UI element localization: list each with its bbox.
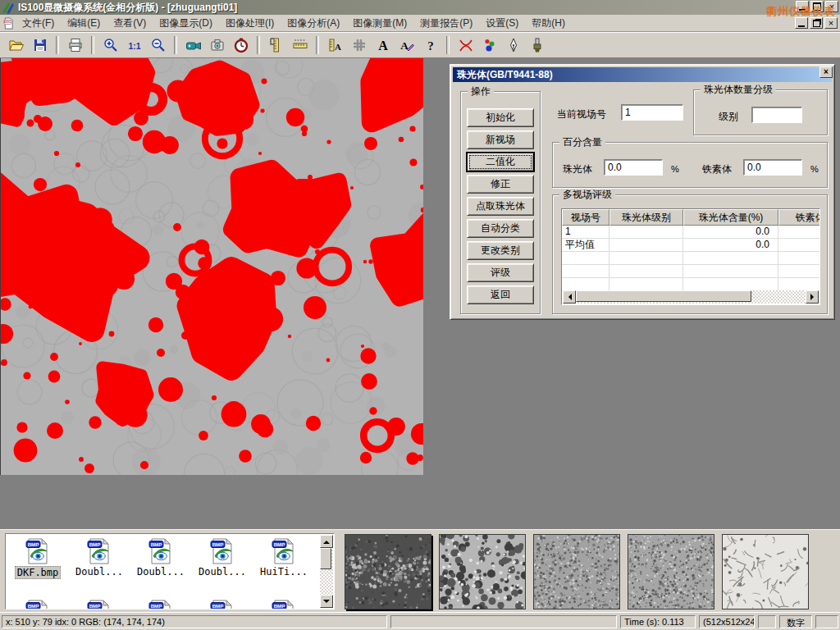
svg-text:A: A [378,39,388,52]
file-scroll-thumb[interactable] [320,548,331,569]
file-label[interactable]: Doubl... [197,566,248,578]
menu-item-9[interactable]: 设置(S) [479,15,525,32]
menu-item-1[interactable]: 文件(F) [16,15,61,32]
menu-item-8[interactable]: 测量报告(P) [413,15,479,32]
bmp-file-icon: BMP [254,599,313,609]
annotate-button[interactable]: A [395,34,418,57]
op-button-5[interactable]: 点取珠光体 [467,197,534,216]
capture-button[interactable] [205,34,229,57]
level-input[interactable] [751,107,802,123]
file-item-2[interactable]: BMPDoubl... [70,537,129,578]
file-label[interactable]: HuiTi... [258,566,309,578]
svg-text:?: ? [427,39,434,52]
file-item-5[interactable]: BMPHuiTi... [254,537,313,578]
ferrite-label: 铁素体 [702,162,732,176]
toolbar-separator [56,36,59,54]
menu-item-5[interactable]: 图像处理(I) [219,15,281,32]
file-scroll-track[interactable] [320,548,333,595]
scroll-down-button[interactable] [320,595,333,608]
dialog-titlebar[interactable]: 珠光体(GB/T9441-88) [453,67,832,82]
grid-button[interactable] [347,34,371,57]
file-item-row2-5[interactable]: BMP [254,599,313,609]
actual-size-button[interactable]: 1:1 [122,34,146,57]
scroll-thumb[interactable] [576,290,751,302]
current-field-input[interactable] [621,104,683,121]
file-item-4[interactable]: BMPDoubl... [193,537,252,578]
file-item-3[interactable]: BMPDoubl... [131,537,190,578]
pearlite-input[interactable] [604,159,663,176]
table-cell [609,239,683,252]
measure-text-button[interactable]: A [323,34,347,57]
table-cell [609,265,683,278]
thumb-fine-speckle-1[interactable] [533,534,620,609]
curve-tool-button[interactable] [454,34,477,57]
dialog-close-button[interactable]: × [819,66,833,78]
op-button-2[interactable]: 新视场 [467,130,534,149]
file-item-1[interactable]: BMPDKF.bmp [8,537,67,579]
file-label[interactable]: DKF.bmp [15,566,62,579]
svg-text:BMP: BMP [151,603,162,609]
scroll-up-button[interactable] [320,535,333,548]
print-button[interactable] [63,34,87,57]
ferrite-input[interactable] [743,159,802,176]
menu-item-7[interactable]: 图像测量(M) [346,15,413,32]
text-button[interactable]: A [371,34,395,57]
ruler-button[interactable] [288,34,312,57]
table-row-1[interactable]: 10.0 [562,226,819,239]
child-restore-icon [813,20,820,27]
open-icon [8,37,25,53]
menu-item-2[interactable]: 编辑(E) [61,15,107,32]
svg-text:BMP: BMP [274,541,285,547]
timer-button[interactable] [229,34,253,57]
thumb-dark-banded[interactable] [345,534,431,609]
file-label[interactable]: Doubl... [135,566,186,578]
table-cell [562,265,609,278]
toolbar: 1:1AAA? [0,32,840,58]
right-arrow-icon [810,294,817,300]
file-item-row2-1[interactable]: BMP [8,599,67,609]
scroll-right-button[interactable] [806,290,819,304]
help-button[interactable]: ? [418,34,442,57]
menu-item-4[interactable]: 图像显示(D) [153,15,219,32]
menu-item-10[interactable]: 帮助(H) [525,15,572,32]
brush-button[interactable] [525,34,549,57]
zoom-out-button[interactable] [146,34,170,57]
save-button[interactable] [28,34,52,57]
file-item-row2-4[interactable]: BMP [193,599,252,609]
micrograph-image[interactable] [0,58,422,475]
toolbar-separator [91,36,94,54]
op-button-6[interactable]: 自动分类 [467,219,534,238]
caliper-button[interactable] [264,34,288,57]
pen-button[interactable] [501,34,525,57]
video-camera-button[interactable] [181,34,205,57]
menu-item-6[interactable]: 图像分析(A) [281,15,346,32]
scroll-track[interactable] [576,290,806,304]
file-item-row2-3[interactable]: BMP [131,599,190,609]
op-button-7[interactable]: 更改类别 [467,241,534,260]
table-row-2[interactable]: 平均值0.0 [562,239,819,252]
svg-text:BMP: BMP [28,603,39,609]
scroll-left-button[interactable] [563,290,576,304]
file-item-row2-2[interactable]: BMP [70,599,129,609]
zoom-in-button[interactable] [98,34,122,57]
thumb-coarse-blobs[interactable] [439,534,526,609]
file-label[interactable]: Doubl... [74,566,125,578]
thumb-light-streaks[interactable] [722,534,809,609]
table-h-scrollbar[interactable] [563,290,819,304]
child-restore-button[interactable] [810,17,823,29]
particles-button[interactable] [477,34,501,57]
op-button-8[interactable]: 评级 [467,263,534,282]
bmp-file-icon: BMP [70,599,129,609]
thumb-fine-speckle-2[interactable] [628,534,714,609]
file-list-v-scrollbar[interactable] [320,535,333,608]
op-button-4[interactable]: 修正 [467,175,534,194]
percent-group: 百分含量 珠光体 % 铁素体 % [552,142,828,188]
table-cell [683,265,778,278]
op-button-9[interactable]: 返回 [467,285,534,304]
menu-item-3[interactable]: 查看(V) [107,15,153,32]
op-button-3[interactable]: 二值化 [467,153,534,171]
open-button[interactable] [4,34,28,57]
child-minimize-button[interactable] [795,17,808,29]
child-close-button[interactable]: × [824,17,838,29]
op-button-1[interactable]: 初始化 [467,108,534,127]
